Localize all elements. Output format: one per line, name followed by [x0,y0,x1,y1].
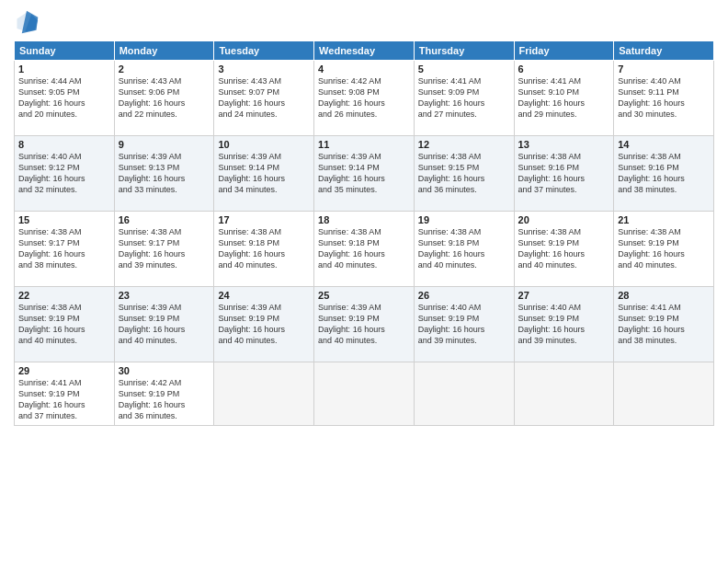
day-number: 26 [418,290,510,301]
day-number: 11 [318,139,410,150]
day-info: Sunrise: 4:44 AMSunset: 9:05 PMDaylight:… [18,75,110,121]
logo-icon [14,9,40,35]
day-info: Sunrise: 4:42 AMSunset: 9:19 PMDaylight:… [119,377,210,422]
day-info: Sunrise: 4:43 AMSunset: 9:06 PMDaylight:… [119,75,210,121]
day-info: Sunrise: 4:38 AMSunset: 9:15 PMDaylight:… [418,151,510,196]
calendar-table: Sunday Monday Tuesday Wednesday Thursday… [14,40,714,426]
day-info: Sunrise: 4:38 AMSunset: 9:17 PMDaylight:… [18,226,110,271]
day-number: 23 [119,290,210,301]
day-number: 17 [218,214,310,225]
day-number: 30 [119,365,210,376]
table-row: 5Sunrise: 4:41 AMSunset: 9:09 PMDaylight… [414,61,514,136]
day-number: 2 [119,63,210,75]
day-number: 7 [618,63,710,75]
calendar-week-row: 22Sunrise: 4:38 AMSunset: 9:19 PMDayligh… [15,287,714,362]
day-number: 8 [18,139,110,150]
page: Sunday Monday Tuesday Wednesday Thursday… [0,0,728,563]
col-saturday: Saturday [614,41,714,61]
day-info: Sunrise: 4:38 AMSunset: 9:18 PMDaylight:… [418,226,510,271]
day-info: Sunrise: 4:40 AMSunset: 9:19 PMDaylight:… [518,302,610,347]
day-info: Sunrise: 4:39 AMSunset: 9:19 PMDaylight:… [318,302,410,347]
day-info: Sunrise: 4:39 AMSunset: 9:14 PMDaylight:… [318,151,410,196]
table-row: 29Sunrise: 4:41 AMSunset: 9:19 PMDayligh… [15,362,115,426]
table-row: 13Sunrise: 4:38 AMSunset: 9:16 PMDayligh… [514,136,614,212]
calendar-week-row: 15Sunrise: 4:38 AMSunset: 9:17 PMDayligh… [15,212,714,287]
table-row: 22Sunrise: 4:38 AMSunset: 9:19 PMDayligh… [15,287,115,362]
day-info: Sunrise: 4:38 AMSunset: 9:19 PMDaylight:… [618,226,710,271]
table-row: 27Sunrise: 4:40 AMSunset: 9:19 PMDayligh… [514,287,614,362]
day-info: Sunrise: 4:39 AMSunset: 9:19 PMDaylight:… [119,302,210,347]
table-row: 7Sunrise: 4:40 AMSunset: 9:11 PMDaylight… [614,61,714,136]
day-number: 6 [518,63,610,75]
day-number: 13 [518,139,610,150]
table-row: 24Sunrise: 4:39 AMSunset: 9:19 PMDayligh… [214,287,314,362]
table-row: 11Sunrise: 4:39 AMSunset: 9:14 PMDayligh… [314,136,415,212]
day-number: 1 [18,63,110,75]
logo [14,9,43,35]
table-row: 3Sunrise: 4:43 AMSunset: 9:07 PMDaylight… [214,61,314,136]
day-number: 19 [418,214,510,225]
table-row: 16Sunrise: 4:38 AMSunset: 9:17 PMDayligh… [114,212,214,287]
day-number: 4 [318,63,410,75]
day-number: 24 [218,290,310,301]
table-row: 28Sunrise: 4:41 AMSunset: 9:19 PMDayligh… [614,287,714,362]
day-number: 12 [418,139,510,150]
day-info: Sunrise: 4:38 AMSunset: 9:19 PMDaylight:… [18,302,110,347]
table-row: 25Sunrise: 4:39 AMSunset: 9:19 PMDayligh… [314,287,415,362]
table-row: 4Sunrise: 4:42 AMSunset: 9:08 PMDaylight… [314,61,415,136]
col-monday: Monday [114,41,214,61]
day-number: 25 [318,290,410,301]
table-row: 23Sunrise: 4:39 AMSunset: 9:19 PMDayligh… [114,287,214,362]
table-row: 12Sunrise: 4:38 AMSunset: 9:15 PMDayligh… [414,136,514,212]
day-info: Sunrise: 4:39 AMSunset: 9:14 PMDaylight:… [218,151,310,196]
day-info: Sunrise: 4:40 AMSunset: 9:12 PMDaylight:… [18,151,110,196]
day-info: Sunrise: 4:38 AMSunset: 9:16 PMDaylight:… [518,151,610,196]
day-number: 22 [18,290,110,301]
day-number: 28 [618,290,710,301]
day-number: 3 [218,63,310,75]
table-row [214,362,314,426]
table-row: 19Sunrise: 4:38 AMSunset: 9:18 PMDayligh… [414,212,514,287]
day-info: Sunrise: 4:40 AMSunset: 9:19 PMDaylight:… [418,302,510,347]
table-row: 14Sunrise: 4:38 AMSunset: 9:16 PMDayligh… [614,136,714,212]
table-row: 9Sunrise: 4:39 AMSunset: 9:13 PMDaylight… [114,136,214,212]
day-number: 20 [518,214,610,225]
day-number: 18 [318,214,410,225]
day-info: Sunrise: 4:41 AMSunset: 9:19 PMDaylight:… [18,377,110,422]
day-number: 16 [119,214,210,225]
day-info: Sunrise: 4:40 AMSunset: 9:11 PMDaylight:… [618,75,710,121]
calendar-week-row: 1Sunrise: 4:44 AMSunset: 9:05 PMDaylight… [15,61,714,136]
day-info: Sunrise: 4:39 AMSunset: 9:13 PMDaylight:… [119,151,210,196]
calendar-week-row: 8Sunrise: 4:40 AMSunset: 9:12 PMDaylight… [15,136,714,212]
table-row: 1Sunrise: 4:44 AMSunset: 9:05 PMDaylight… [15,61,115,136]
header [14,9,714,35]
col-wednesday: Wednesday [314,41,415,61]
table-row [614,362,714,426]
col-sunday: Sunday [15,41,115,61]
day-number: 29 [18,365,110,376]
table-row [414,362,514,426]
table-row: 17Sunrise: 4:38 AMSunset: 9:18 PMDayligh… [214,212,314,287]
day-number: 27 [518,290,610,301]
day-info: Sunrise: 4:43 AMSunset: 9:07 PMDaylight:… [218,75,310,121]
table-row: 21Sunrise: 4:38 AMSunset: 9:19 PMDayligh… [614,212,714,287]
table-row: 20Sunrise: 4:38 AMSunset: 9:19 PMDayligh… [514,212,614,287]
day-number: 15 [18,214,110,225]
table-row: 8Sunrise: 4:40 AMSunset: 9:12 PMDaylight… [15,136,115,212]
calendar-week-row: 29Sunrise: 4:41 AMSunset: 9:19 PMDayligh… [15,362,714,426]
day-number: 9 [119,139,210,150]
table-row: 26Sunrise: 4:40 AMSunset: 9:19 PMDayligh… [414,287,514,362]
day-number: 21 [618,214,710,225]
table-row: 10Sunrise: 4:39 AMSunset: 9:14 PMDayligh… [214,136,314,212]
table-row: 15Sunrise: 4:38 AMSunset: 9:17 PMDayligh… [15,212,115,287]
col-thursday: Thursday [414,41,514,61]
table-row: 30Sunrise: 4:42 AMSunset: 9:19 PMDayligh… [114,362,214,426]
col-friday: Friday [514,41,614,61]
col-tuesday: Tuesday [214,41,314,61]
day-info: Sunrise: 4:38 AMSunset: 9:17 PMDaylight:… [119,226,210,271]
table-row: 6Sunrise: 4:41 AMSunset: 9:10 PMDaylight… [514,61,614,136]
day-info: Sunrise: 4:38 AMSunset: 9:16 PMDaylight:… [618,151,710,196]
table-row [514,362,614,426]
day-info: Sunrise: 4:38 AMSunset: 9:18 PMDaylight:… [318,226,410,271]
day-number: 5 [418,63,510,75]
